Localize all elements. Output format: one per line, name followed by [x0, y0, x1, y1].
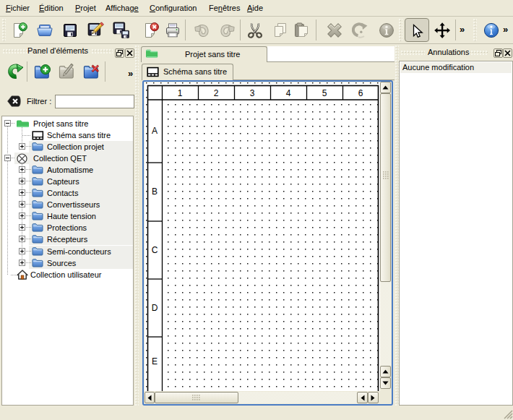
svg-text:D: D — [152, 303, 158, 313]
svg-text:4: 4 — [286, 88, 291, 98]
svg-text:6: 6 — [358, 88, 363, 98]
svg-text:2: 2 — [214, 88, 219, 98]
svg-text:E: E — [152, 356, 158, 367]
svg-text:C: C — [152, 245, 158, 255]
svg-text:1: 1 — [178, 88, 183, 98]
svg-text:A: A — [152, 126, 158, 136]
svg-text:B: B — [152, 187, 158, 197]
svg-text:3: 3 — [250, 88, 255, 98]
svg-text:5: 5 — [322, 88, 327, 98]
